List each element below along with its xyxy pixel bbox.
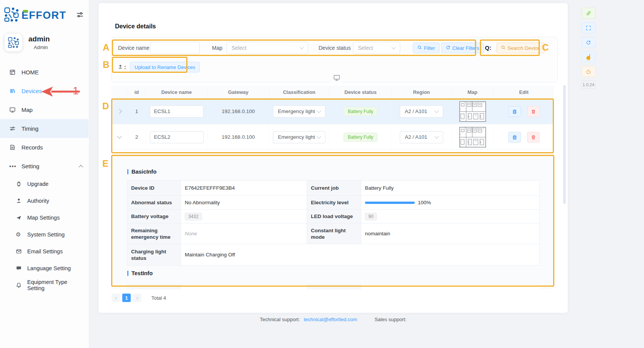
delete-device-button[interactable] [527,132,540,143]
monitor-toggle-icon[interactable] [331,74,343,83]
device-id-label: Device ID [127,181,181,196]
sidebar-item-equipment-type-setting[interactable]: Equipment Type Setting [0,277,89,294]
sidebar-item-map-settings[interactable]: Map Settings [0,209,89,226]
device-status-label: Device status [319,42,351,54]
document-icon [9,144,16,151]
abnormal-status-label: Abnormal status [127,196,181,210]
electricity-percent: 100% [418,200,431,205]
user-name: admin [28,35,50,43]
sidebar: EFFORT [0,0,89,348]
filter-panel: Device name Map Select Device status Sel… [111,37,558,82]
sidebar-item-timing[interactable]: Timing [0,119,89,138]
gear-icon: ⚙ [16,231,22,238]
sidebar-item-label: Devices [21,88,42,94]
sidebar-item-authority[interactable]: Authority [0,192,89,209]
next-page-button[interactable]: › [133,294,141,302]
page-number[interactable]: 1 [122,294,131,302]
delete-device-button[interactable] [527,106,540,117]
clipboard-icon [512,109,517,114]
sidebar-collapse-icon[interactable] [76,11,84,20]
th-device-name: Device name [146,86,208,98]
table-row: 2 192.168.0.100 Emergency light Battery … [111,124,554,150]
sidebar-item-system-setting[interactable]: ⚙ System Setting [0,226,89,243]
technical-support-label: Technical support: [260,317,300,322]
chevron-down-icon [434,108,439,113]
table-row: 1 192.168.0.100 Emergency light Battery … [111,98,554,124]
sidebar-item-upgrade[interactable]: Upgrade [0,176,89,192]
chevron-up-icon [79,165,83,169]
sidebar-item-setting[interactable]: ••• Setting [0,157,89,176]
trash-icon [531,135,536,140]
edit-device-button[interactable] [508,132,521,143]
scrollbar[interactable] [563,85,566,204]
home-icon [9,69,16,76]
refresh-icon [586,40,591,45]
th-classification: Classification [269,86,330,98]
sub-item-label: Authority [27,198,49,204]
sub-item-label: Language Setting [27,265,71,271]
th-device-status: Device status [330,86,392,98]
sidebar-item-home[interactable]: HOME [0,63,89,82]
search-device-button[interactable]: Search Device [496,43,545,53]
device-name-label: Device name [118,42,150,54]
test-info-title: TestInfo [127,270,153,276]
sub-item-label: Email Settings [27,248,63,254]
monitor-icon [9,107,16,113]
constant-light-mode-label: Constant light mode [307,223,361,244]
expand-row-icon[interactable] [117,109,122,114]
screen: EFFORT [0,0,644,348]
prev-page-button[interactable]: ‹ [112,294,120,302]
search-icon [417,45,422,51]
pointer-hand-button[interactable]: ☝ [582,51,596,62]
sidebar-item-label: Records [21,144,43,151]
sidebar-item-email-settings[interactable]: Email Settings [0,243,89,260]
chevron-down-icon [434,134,439,138]
chevron-down-icon [317,108,321,113]
floorplan-thumbnail[interactable] [459,127,486,148]
table-header-row: id Device name Gateway Classification De… [111,86,554,98]
upload-rename-devices-button[interactable]: Upload to Rename Devices [130,62,200,72]
floorplan-thumbnail[interactable] [459,101,486,122]
classification-select[interactable]: Emergency light [273,131,325,143]
link-button[interactable] [582,8,596,19]
region-select[interactable]: A2 / A101 [400,105,443,118]
classification-select[interactable]: Emergency light [273,105,325,118]
device-name-cell-input[interactable] [150,105,204,118]
region-select[interactable]: A2 / A101 [400,131,443,143]
sub-item-label: Equipment Type Setting [27,279,82,291]
avatar[interactable] [5,34,22,51]
sidebar-item-records[interactable]: Records [0,138,89,157]
device-name-input[interactable] [150,42,200,54]
main-card: Device details Device name Map Select De… [99,3,568,313]
device-name-cell-input[interactable] [150,131,204,143]
collapse-row-icon[interactable] [117,134,122,139]
bell-icon [16,282,22,288]
sidebar-item-devices[interactable]: Devices [0,82,89,100]
sidebar-item-map[interactable]: Map [0,100,89,119]
technical-support-email-link[interactable]: technical@effortled.com [304,317,357,322]
fullscreen-button[interactable] [582,22,596,33]
battery-voltage-value: 3432 [181,210,307,223]
electricity-level-value: 100% [361,196,540,210]
sidebar-item-label: Setting [21,163,39,169]
th-map: Map [452,86,494,98]
clear-filters-button[interactable]: Clear Filters [441,43,484,53]
pointer-hand-icon: ☝ [585,54,592,60]
sliders-icon [9,125,16,132]
map-filter-label: Map [212,42,222,54]
fullscreen-icon [586,25,591,31]
user-role: Admin [28,44,50,50]
sub-item-label: Upgrade [27,181,49,187]
edit-device-button[interactable] [508,106,521,117]
power-button[interactable] [582,66,596,77]
constant-light-mode-value: nomaintain [361,223,540,244]
sub-item-label: Map Settings [27,215,60,221]
sidebar-item-language-setting[interactable]: Language Setting [0,260,89,277]
current-job-label: Current job [307,181,361,196]
device-status-select[interactable]: Select [353,42,400,54]
refresh-button[interactable] [582,37,596,48]
filter-button[interactable]: Filter [413,43,440,53]
map-select[interactable]: Select [227,42,308,54]
section-bar [127,169,128,174]
person-icon [16,198,22,204]
